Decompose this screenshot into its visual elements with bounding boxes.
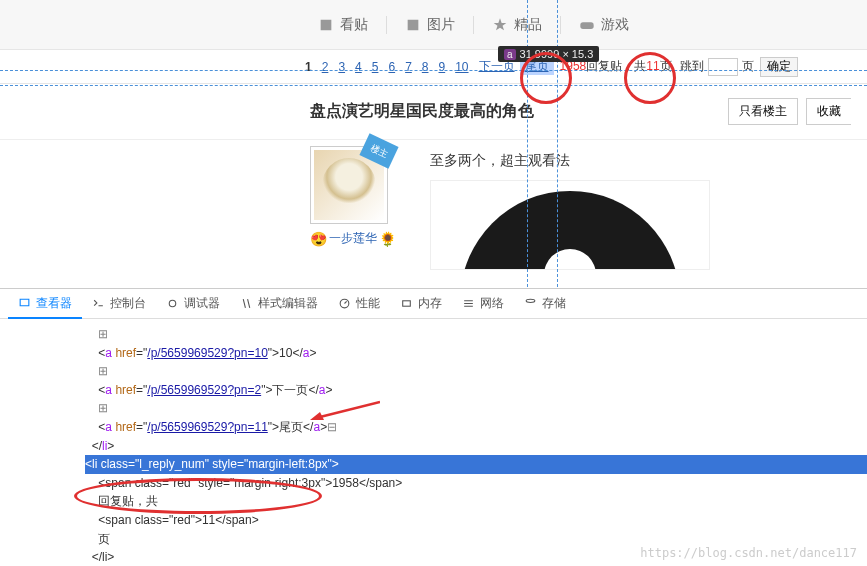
horizontal-guide [0, 70, 867, 71]
dt-tab-perf[interactable]: 性能 [328, 289, 390, 319]
dt-tab-inspector[interactable]: 查看器 [8, 289, 82, 319]
note-icon [318, 17, 334, 33]
console-icon [92, 297, 105, 310]
post-image[interactable] [430, 180, 710, 270]
page-input[interactable] [708, 58, 738, 76]
tooltip-tag: a [504, 49, 516, 60]
inspect-icon [18, 297, 31, 310]
horizontal-guide [0, 85, 867, 86]
network-icon [462, 297, 475, 310]
post-item: 楼主 😍 一步莲华 🌻 至多两个，超主观看法 [0, 140, 867, 270]
flower-icon: 🌻 [379, 231, 396, 247]
dt-tab-memory[interactable]: 内存 [390, 289, 452, 319]
tab-game-label: 游戏 [601, 16, 629, 34]
go-button[interactable]: 确定 [760, 57, 798, 77]
memory-icon [400, 297, 413, 310]
dt-tab-storage[interactable]: 存储 [514, 289, 576, 319]
dt-tab-styles[interactable]: 样式编辑器 [230, 289, 328, 319]
bug-icon [166, 297, 179, 310]
svg-point-0 [169, 300, 176, 307]
jump-label: 跳到 [680, 58, 704, 75]
inspect-tooltip: a 31.9999 × 15.3 [498, 46, 599, 62]
thread-title: 盘点演艺明星国民度最高的角色 [310, 101, 720, 122]
game-icon [579, 17, 595, 33]
username[interactable]: 😍 一步莲华 🌻 [310, 230, 400, 247]
page-8[interactable]: 8 [417, 60, 434, 74]
storage-icon [524, 297, 537, 310]
heart-icon: 😍 [310, 231, 327, 247]
page-unit: 页 [742, 58, 754, 75]
collect-button[interactable]: 收藏 [806, 98, 851, 125]
star-icon [492, 17, 508, 33]
page-3[interactable]: 3 [333, 60, 350, 74]
styles-icon [240, 297, 253, 310]
page-1: 1 [300, 60, 317, 74]
page-5[interactable]: 5 [367, 60, 384, 74]
devtools-tabs: 查看器 控制台 调试器 样式编辑器 性能 内存 网络 存储 [0, 289, 867, 319]
vertical-guide [527, 0, 528, 288]
page-6[interactable]: 6 [383, 60, 400, 74]
watermark: https://blog.csdn.net/dance117 [640, 546, 857, 560]
tab-view-label: 看贴 [340, 16, 368, 34]
tab-featured-label: 精品 [514, 16, 542, 34]
avatar[interactable]: 楼主 [310, 146, 388, 224]
dom-tree[interactable]: ⊞ <a href="/p/5659969529?pn=10">10</a> ⊞… [0, 319, 867, 566]
tab-view[interactable]: 看贴 [300, 0, 386, 50]
tab-game[interactable]: 游戏 [561, 0, 647, 50]
tab-image-label: 图片 [427, 16, 455, 34]
page-4[interactable]: 4 [350, 60, 367, 74]
perf-icon [338, 297, 351, 310]
only-op-button[interactable]: 只看楼主 [728, 98, 798, 125]
vertical-guide [557, 0, 558, 288]
dt-tab-network[interactable]: 网络 [452, 289, 514, 319]
dt-tab-debugger[interactable]: 调试器 [156, 289, 230, 319]
page-9[interactable]: 9 [434, 60, 451, 74]
post-text: 至多两个，超主观看法 [430, 152, 867, 170]
tab-image[interactable]: 图片 [387, 0, 473, 50]
page-2[interactable]: 2 [317, 60, 334, 74]
page-10[interactable]: 10 [450, 60, 473, 74]
dt-tab-console[interactable]: 控制台 [82, 289, 156, 319]
page-7[interactable]: 7 [400, 60, 417, 74]
svg-point-3 [526, 299, 535, 302]
tab-featured[interactable]: 精品 [474, 0, 560, 50]
forum-tabs: 看贴 图片 精品 游戏 [0, 0, 867, 50]
devtools-panel: 查看器 控制台 调试器 样式编辑器 性能 内存 网络 存储 ⊞ <a href=… [0, 288, 867, 566]
selected-node: ▾<li class="l_reply_num" style="margin-l… [85, 455, 867, 474]
thread-title-row: 盘点演艺明星国民度最高的角色 只看楼主 收藏 [0, 84, 867, 140]
image-icon [405, 17, 421, 33]
svg-rect-2 [403, 301, 411, 306]
pagination-bar: 1 2 3 4 5 6 7 8 9 10 下一页 尾页 1958回复贴，共11页… [0, 50, 867, 84]
tooltip-dims: 31.9999 × 15.3 [520, 48, 594, 60]
